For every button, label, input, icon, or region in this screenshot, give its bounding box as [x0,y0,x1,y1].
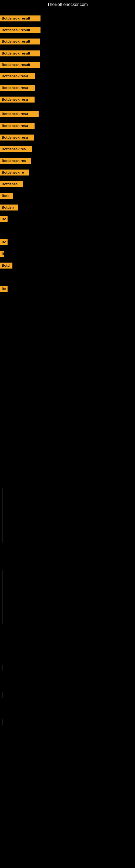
vertical-line [2,692,2,698]
vertical-line [2,719,2,725]
bottleneck-result-label: Bottlen [0,205,18,211]
vertical-line [2,664,2,671]
bottleneck-result-label: Bottleneck result [0,27,41,33]
site-title: TheBottlenecker.com [0,0,135,9]
bottleneck-result-label: Bottleneck resu [0,111,39,117]
bottleneck-result-label: Bottl [0,262,12,269]
bottleneck-result-label: Bo [0,239,8,245]
bottleneck-result-label: Bottleneck res [0,146,32,152]
bottleneck-result-label: Bottleneck resu [0,134,34,141]
bottleneck-result-label: Bottleneck resu [0,97,35,102]
bottleneck-result-label: Bottleneck result [0,38,40,44]
bottleneck-result-label: B [0,251,4,257]
bottleneck-result-label: Bottleneck re [0,169,29,176]
vertical-line [2,488,2,542]
bottleneck-result-label: Bottlenec [0,181,23,187]
bottleneck-result-label: Bottleneck resu [0,123,35,129]
vertical-line [2,569,2,624]
bottleneck-result-label: Bottleneck result [0,16,41,22]
bottleneck-result-label: Bottleneck result [0,51,40,56]
bottleneck-result-label: Bottleneck result [0,62,40,68]
bottleneck-result-label: Bo [0,286,8,292]
bottleneck-result-label: Bott [0,193,13,199]
bottleneck-result-label: Bo [0,216,8,222]
bottleneck-result-label: Bottleneck resu [0,73,35,79]
bottleneck-result-label: Bottleneck res [0,158,31,164]
bottleneck-result-label: Bottleneck resu [0,85,35,91]
